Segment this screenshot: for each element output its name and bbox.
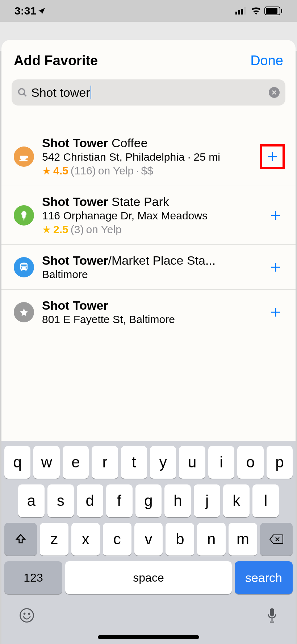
add-favorite-button[interactable] [267,206,285,224]
svg-line-8 [24,94,26,96]
result-subtitle: 542 Christian St, Philadelphia · 25 mi [42,151,252,163]
key-m[interactable]: m [229,523,257,556]
home-indicator[interactable] [98,635,199,639]
key-h[interactable]: h [164,484,191,517]
location-arrow-icon [38,7,46,15]
result-subtitle: 801 E Fayette St, Baltimore [42,313,259,326]
svg-point-23 [29,613,30,614]
result-rating: ★2.5 (3) on Yelp [42,223,259,236]
search-results: Shot Tower Coffee 542 Christian St, Phil… [1,127,296,334]
tree-icon [14,205,34,226]
key-j[interactable]: j [194,484,220,517]
key-c[interactable]: c [103,523,131,556]
svg-rect-6 [281,9,282,13]
result-row[interactable]: Shot Tower Coffee 542 Christian St, Phil… [1,127,296,186]
numbers-key[interactable]: 123 [4,561,62,594]
star-place-icon [14,302,34,322]
done-button[interactable]: Done [250,53,283,69]
add-favorite-sheet: Add Favorite Done Shot tower Shot Tower … [1,40,296,644]
battery-icon [264,7,283,15]
key-f[interactable]: f [106,484,133,517]
status-icons [235,7,283,15]
key-l[interactable]: l [252,484,279,517]
transit-icon [14,257,34,277]
svg-rect-2 [241,9,243,15]
key-g[interactable]: g [135,484,162,517]
key-k[interactable]: k [223,484,250,517]
result-row[interactable]: Shot Tower 801 E Fayette St, Baltimore [1,290,296,334]
key-a[interactable]: a [18,484,45,517]
key-y[interactable]: y [150,446,176,479]
text-cursor [91,86,91,99]
key-r[interactable]: r [92,446,118,479]
clear-search-button[interactable] [269,87,280,98]
status-time: 3:31 [14,5,46,17]
result-title: Shot Tower State Park [42,195,259,209]
key-e[interactable]: e [63,446,89,479]
search-input[interactable]: Shot tower [31,86,265,100]
key-o[interactable]: o [237,446,263,479]
key-i[interactable]: i [208,446,234,479]
space-key[interactable]: space [65,561,232,594]
search-bar[interactable]: Shot tower [12,79,285,106]
svg-rect-0 [235,12,237,15]
keyboard: qwertyuiop asdfghjkl zxcvbnm 123 space s… [1,441,296,644]
add-favorite-button[interactable] [260,144,285,169]
search-key[interactable]: search [235,561,293,594]
result-content: Shot Tower/Market Place Sta... Baltimore [42,253,259,281]
backspace-icon [269,534,284,544]
shift-key[interactable] [4,523,37,556]
sheet-header: Add Favorite Done [1,40,296,79]
result-row[interactable]: Shot Tower/Market Place Sta... Baltimore [1,245,296,290]
svg-point-21 [20,609,34,622]
close-icon [272,90,277,95]
plus-icon [270,210,281,221]
time-label: 3:31 [14,5,36,17]
svg-rect-5 [266,8,277,14]
key-z[interactable]: z [40,523,68,556]
search-value: Shot tower [31,86,90,100]
sheet-title: Add Favorite [14,53,98,69]
keyboard-row-1: qwertyuiop [4,446,293,479]
result-title: Shot Tower [42,298,259,313]
emoji-icon[interactable] [19,607,35,623]
result-subtitle: 116 Orphanage Dr, Max Meadows [42,210,259,222]
svg-rect-1 [238,10,240,15]
key-d[interactable]: d [77,484,103,517]
star-icon: ★ [42,165,51,177]
key-u[interactable]: u [179,446,205,479]
key-x[interactable]: x [71,523,100,556]
result-title: Shot Tower Coffee [42,136,252,150]
wifi-icon [251,7,262,15]
coffee-icon [14,146,34,167]
key-t[interactable]: t [121,446,147,479]
backspace-key[interactable] [260,523,293,556]
result-subtitle: Baltimore [42,268,259,281]
microphone-icon[interactable] [266,607,278,624]
key-s[interactable]: s [47,484,74,517]
search-icon [17,87,28,98]
key-p[interactable]: p [267,446,293,479]
add-favorite-button[interactable] [267,303,285,321]
status-bar: 3:31 [0,0,297,22]
plus-icon [267,151,278,162]
result-title: Shot Tower/Market Place Sta... [42,253,259,268]
key-w[interactable]: w [33,446,59,479]
key-n[interactable]: n [197,523,226,556]
star-icon: ★ [42,224,51,236]
plus-icon [270,306,281,318]
keyboard-row-2: asdfghjkl [4,484,293,517]
svg-rect-24 [270,608,274,616]
key-q[interactable]: q [4,446,30,479]
keyboard-bottom-row [4,600,293,631]
svg-point-7 [19,89,25,95]
svg-point-22 [24,613,25,614]
result-row[interactable]: Shot Tower State Park 116 Orphanage Dr, … [1,186,296,245]
key-v[interactable]: v [134,523,163,556]
key-b[interactable]: b [166,523,194,556]
result-content: Shot Tower State Park 116 Orphanage Dr, … [42,195,259,236]
add-favorite-button[interactable] [267,258,285,276]
svg-rect-3 [244,7,246,15]
plus-icon [270,261,281,273]
cellular-icon [235,7,248,15]
